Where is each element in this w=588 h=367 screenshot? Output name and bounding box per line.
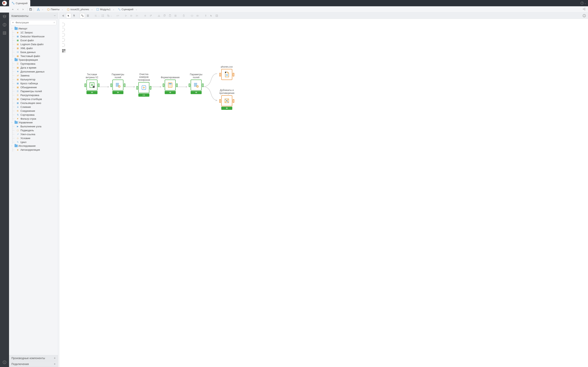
- tree-item[interactable]: ▦Excel файл: [9, 38, 58, 42]
- pin-button[interactable]: [203, 13, 208, 18]
- connections-panel[interactable]: Подключения+: [9, 361, 58, 367]
- svg-rect-17: [83, 16, 83, 17]
- info-button[interactable]: [582, 13, 587, 18]
- folder-research[interactable]: −Исследование: [9, 144, 58, 148]
- auto-layout-button[interactable]: [80, 13, 85, 18]
- nav-back-button[interactable]: [16, 7, 20, 12]
- filter-clear-icon[interactable]: ✕: [53, 21, 55, 24]
- folder-transform[interactable]: −Трансформация: [9, 58, 58, 62]
- folder-import[interactable]: −Импорт: [9, 27, 58, 30]
- pointer-tool-button[interactable]: [66, 13, 71, 18]
- crumb-module[interactable]: Модуль1⌄: [95, 8, 116, 11]
- list-view-button[interactable]: [85, 13, 90, 18]
- tree-item[interactable]: ↗Узел-ссылка: [9, 132, 58, 136]
- number-button[interactable]: 123: [115, 13, 120, 18]
- tree-item[interactable]: ▢Подмодель: [9, 128, 58, 132]
- svg-point-1: [13, 3, 14, 4]
- canvas-toolbar: ⌄ ⌄ 123: [59, 13, 588, 19]
- crumb-project[interactable]: issue20_phones⌄: [66, 8, 95, 11]
- tree-item[interactable]: ▶Выполнение узла: [9, 124, 58, 128]
- svg-rect-13: [3, 32, 6, 34]
- filter-input[interactable]: [11, 20, 56, 25]
- workflow-canvas[interactable]: Тестовая витрина V2 X 👁 Параметры полей …: [59, 19, 588, 367]
- crumb-packages[interactable]: Пакеты⌄: [46, 8, 65, 11]
- svg-point-27: [159, 16, 160, 17]
- activity-guide-icon[interactable]: [2, 22, 7, 27]
- pointer-icon-button[interactable]: [209, 13, 214, 18]
- app-logo[interactable]: [0, 0, 9, 6]
- node-formatting[interactable]: Форматирование 👁: [163, 73, 177, 94]
- tree-item[interactable]: ⇄Замена: [9, 74, 58, 77]
- svg-rect-21: [103, 16, 104, 17]
- tree-item[interactable]: ☰Параметры полей: [9, 89, 58, 93]
- collapse-button[interactable]: [189, 13, 194, 18]
- tree-item[interactable]: ⛁База данных: [9, 50, 58, 54]
- clone-button[interactable]: [173, 13, 178, 18]
- tree-item[interactable]: ▦Свертка столбцов: [9, 97, 58, 101]
- settings-button[interactable]: [143, 13, 148, 18]
- node-test-showcase[interactable]: Тестовая витрина V2 X 👁: [85, 73, 99, 94]
- group-button[interactable]: [106, 13, 111, 18]
- tree-item[interactable]: ⇅Сортировка: [9, 113, 58, 117]
- tree-item[interactable]: ▦Объединение: [9, 85, 58, 89]
- node-field-params-1[interactable]: Параметры полей 👁: [111, 73, 125, 94]
- share-button[interactable]: [580, 8, 588, 11]
- delete-button[interactable]: [181, 13, 186, 18]
- paste-button[interactable]: [168, 13, 173, 18]
- tree-item[interactable]: ⇊Слияние: [9, 105, 58, 109]
- tree-item[interactable]: ▦Deductor Warehouse: [9, 34, 58, 38]
- tree-item[interactable]: ☰Группировка: [9, 62, 58, 66]
- tree-item[interactable]: ⧉Соединение: [9, 109, 58, 113]
- tree-item[interactable]: ▦Loginom Data файл: [9, 42, 58, 46]
- folder-control[interactable]: −Управление: [9, 121, 58, 124]
- node-duplicates[interactable]: Дубликаты и противоречия 👁: [220, 89, 234, 110]
- derived-components-panel[interactable]: Производные компоненты+: [9, 355, 58, 361]
- tab-scenario[interactable]: Сценарий: [9, 0, 30, 6]
- tree-item[interactable]: ↻Цикл: [9, 140, 58, 144]
- activity-table-icon[interactable]: [2, 30, 7, 36]
- tree-item[interactable]: ☰Разгруппировка: [9, 93, 58, 97]
- package-icon: [67, 8, 70, 11]
- align-button[interactable]: [93, 13, 99, 18]
- tree-item[interactable]: ▦Дата и время: [9, 66, 58, 70]
- node-field-params-2[interactable]: Параметры полей 👁: [189, 73, 203, 94]
- crumb-scenario[interactable]: Сценарий⌄: [117, 8, 139, 11]
- tree-item[interactable]: ▦XML файл: [9, 46, 58, 50]
- svg-point-25: [151, 15, 152, 15]
- tree-item[interactable]: ▦Текстовый файл: [9, 54, 58, 58]
- connector: [99, 87, 109, 87]
- help-icon[interactable]: ?: [580, 1, 584, 5]
- tree-item[interactable]: ◇Условие: [9, 136, 58, 140]
- stop-button[interactable]: [134, 13, 140, 18]
- hand-tool-button[interactable]: [72, 13, 77, 18]
- copy-button[interactable]: [162, 13, 167, 18]
- activity-info-icon[interactable]: [2, 359, 7, 365]
- canvas-area: ⌄ ⌄ 123: [59, 13, 588, 367]
- collapse-sidebar-button[interactable]: [60, 13, 66, 18]
- save-button[interactable]: [28, 7, 33, 12]
- tree-item[interactable]: ✚Дополнение данных: [9, 70, 58, 74]
- node-phones-csv[interactable]: phones.csv: [220, 66, 234, 80]
- expand-button[interactable]: [195, 13, 200, 18]
- help-chevron[interactable]: ⌄: [584, 2, 586, 4]
- distribute-button[interactable]: [100, 13, 105, 18]
- node-phone-cleanup[interactable]: Очистка номеров телефонов: [137, 73, 151, 97]
- tune-button[interactable]: [148, 13, 153, 18]
- tree-item[interactable]: ◉1С Запрос: [9, 30, 58, 34]
- nav-up-button[interactable]: [11, 7, 15, 12]
- tree-item[interactable]: ▼Фильтр строк: [9, 117, 58, 121]
- run-button[interactable]: [123, 13, 128, 18]
- activity-education-icon[interactable]: [2, 14, 7, 19]
- tree-item[interactable]: ◈Автокорреляция: [9, 148, 58, 152]
- collapse-button[interactable]: −: [54, 14, 56, 17]
- tree-item[interactable]: ▦Калькулятор: [9, 77, 58, 81]
- tree-item[interactable]: ▦Кросс-таблица: [9, 81, 58, 85]
- crumb-root[interactable]: ⌄: [36, 8, 45, 11]
- svg-rect-32: [176, 15, 176, 17]
- cut-button[interactable]: [156, 13, 161, 18]
- frame-button[interactable]: [214, 13, 219, 18]
- step-button[interactable]: [129, 13, 134, 18]
- nav-forward-button[interactable]: [21, 7, 25, 12]
- svg-point-48: [170, 85, 171, 86]
- tree-item[interactable]: ▦Скользящее окно: [9, 101, 58, 105]
